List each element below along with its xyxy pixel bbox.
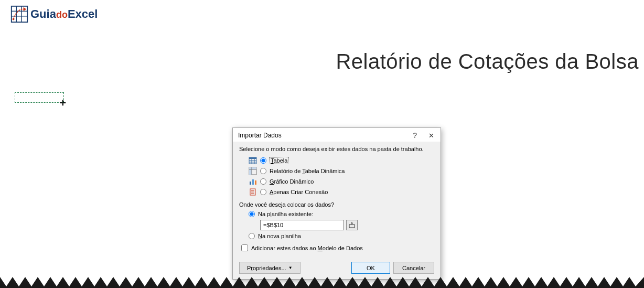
logo-excel: Excel xyxy=(68,7,98,21)
dialog-footer: Propriedades... ▼ OK Cancelar xyxy=(233,259,441,279)
svg-marker-5 xyxy=(24,7,27,12)
svg-rect-15 xyxy=(249,167,256,169)
location-existing[interactable]: Na planilha existente: xyxy=(239,210,434,218)
selected-cell[interactable] xyxy=(15,92,64,103)
chevron-down-icon: ▼ xyxy=(288,265,293,270)
radio-new-sheet[interactable] xyxy=(249,233,255,239)
svg-rect-19 xyxy=(252,179,254,185)
logo-icon xyxy=(9,4,29,24)
cancel-button[interactable]: Cancelar xyxy=(393,262,434,274)
option-connection-only-label: Apenas Criar Conexão xyxy=(270,189,328,195)
pivot-table-icon xyxy=(249,167,257,175)
checkbox-add-to-model[interactable] xyxy=(241,244,248,251)
option-pivot-report[interactable]: Relatório de Tabela Dinâmica xyxy=(239,166,434,176)
location-section-label: Onde você deseja colocar os dados? xyxy=(239,201,434,208)
option-pivot-report-label: Relatório de Tabela Dinâmica xyxy=(270,168,345,174)
svg-rect-25 xyxy=(349,225,355,228)
range-selector-button[interactable] xyxy=(346,220,358,230)
close-icon[interactable]: ✕ xyxy=(426,132,436,140)
location-new-sheet[interactable]: Na nova planilha xyxy=(239,232,434,240)
radio-pivot-chart[interactable] xyxy=(260,178,266,185)
location-new-sheet-label: Na nova planilha xyxy=(258,233,301,239)
pivot-chart-icon xyxy=(249,177,257,186)
add-to-model-row[interactable]: Adicionar estes dados ao Modelo de Dados xyxy=(239,240,434,253)
ref-input-row xyxy=(239,218,434,232)
svg-rect-18 xyxy=(250,182,251,185)
option-pivot-chart-label: Gráfico Dinâmico xyxy=(270,178,314,185)
table-icon xyxy=(249,156,257,165)
add-to-model-label: Adicionar estes dados ao Modelo de Dados xyxy=(251,245,363,251)
logo-text: Guia do Excel xyxy=(30,7,98,21)
location-existing-label: Na planilha existente: xyxy=(258,211,313,217)
option-connection-only[interactable]: Apenas Criar Conexão xyxy=(239,187,434,197)
connection-icon xyxy=(249,188,257,196)
properties-button[interactable]: Propriedades... ▼ xyxy=(239,262,300,274)
dialog-title: Importar Dados xyxy=(238,132,282,139)
ok-button[interactable]: OK xyxy=(351,262,390,274)
cursor-crosshair-icon: ✛ xyxy=(60,99,66,107)
cell-reference-input[interactable] xyxy=(260,220,344,230)
option-table-label: Tabela xyxy=(270,157,288,164)
dialog-body: Selecione o modo como deseja exibir este… xyxy=(233,142,441,259)
torn-edge-decoration xyxy=(0,277,644,288)
svg-rect-8 xyxy=(249,157,256,159)
radio-pivot-report[interactable] xyxy=(260,168,266,174)
instruction-text: Selecione o modo como deseja exibir este… xyxy=(239,146,434,152)
import-data-dialog: Importar Dados ? ✕ Selecione o modo como… xyxy=(232,127,441,280)
logo-do: do xyxy=(56,9,68,20)
help-icon[interactable]: ? xyxy=(411,131,419,140)
svg-rect-20 xyxy=(255,180,256,185)
dialog-header: Importar Dados ? ✕ xyxy=(233,128,441,142)
logo: Guia do Excel xyxy=(9,4,98,24)
radio-connection-only[interactable] xyxy=(260,189,266,195)
page-title: Relatório de Cotações da Bolsa xyxy=(336,50,639,73)
radio-existing-sheet[interactable] xyxy=(249,211,255,217)
svg-point-6 xyxy=(13,18,15,20)
option-pivot-chart[interactable]: Gráfico Dinâmico xyxy=(239,176,434,187)
option-table[interactable]: Tabela xyxy=(239,155,434,166)
radio-table[interactable] xyxy=(260,157,266,164)
logo-guia: Guia xyxy=(30,7,56,21)
